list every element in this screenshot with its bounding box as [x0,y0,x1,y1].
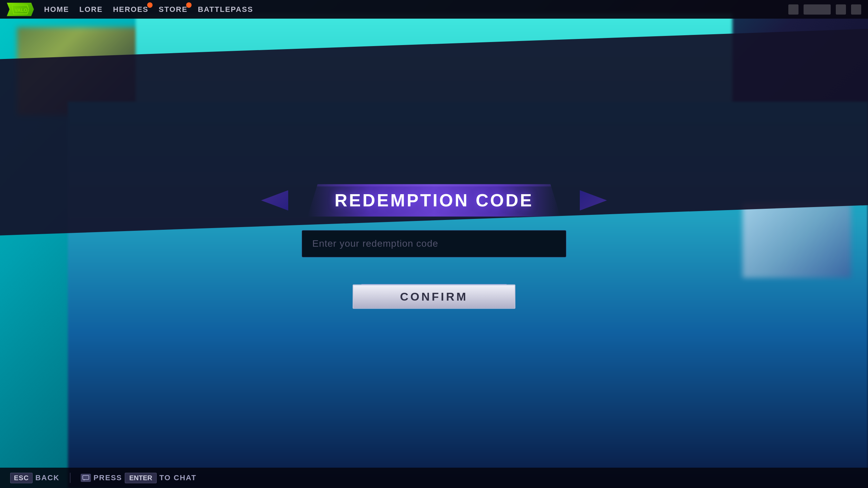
press-label: Press [94,473,122,482]
hud-esc-section: ESC BACK [10,473,60,483]
hud-divider [70,473,71,483]
store-badge [186,2,192,8]
bottom-hud: ESC BACK Press ENTER to Chat [0,468,868,488]
svg-rect-2 [83,475,89,480]
nav-heroes[interactable]: HEROES [113,5,149,14]
nav-home[interactable]: HOME [44,5,69,14]
confirm-button-label: CONFIRM [400,290,468,303]
heroes-badge [147,2,153,8]
redemption-code-input[interactable] [302,230,566,257]
banner-decoration [349,222,519,223]
dialog-title: REDEMPTION CODE [335,190,533,210]
svg-text:VALO: VALO [15,7,27,13]
nav-lore[interactable]: LORE [79,5,103,14]
code-input-wrapper [302,230,566,257]
nav-icon-3[interactable] [836,4,846,15]
game-logo: VALO [7,3,34,16]
nav-battlepass[interactable]: BATTLEPASS [198,5,253,14]
esc-action-label: BACK [35,473,60,482]
nav-right-icons [788,4,861,15]
title-banner-container: REDEMPTION CODE [281,184,587,217]
svg-marker-3 [84,480,85,481]
redemption-dialog: REDEMPTION CODE CONFIRM [281,184,587,309]
bg-decoration-bottom-right [743,203,851,278]
nav-icon-4[interactable] [851,4,861,15]
enter-key-label: ENTER [125,473,157,483]
nav-icon-1[interactable] [788,4,798,15]
nav-icon-2[interactable] [804,4,831,15]
chat-icon [81,474,91,482]
chat-bubble-icon [82,475,89,481]
hud-chat-section: Press ENTER to Chat [81,473,197,483]
to-chat-label: to Chat [159,473,197,482]
title-banner: REDEMPTION CODE [308,184,560,217]
confirm-button[interactable]: CONFIRM [353,284,515,309]
top-navigation: VALO HOME LORE HEROES STORE BATTLEPASS [0,0,868,19]
esc-key-label: ESC [10,473,33,483]
nav-store[interactable]: STORE [159,5,188,14]
logo-icon: VALO [12,4,29,15]
